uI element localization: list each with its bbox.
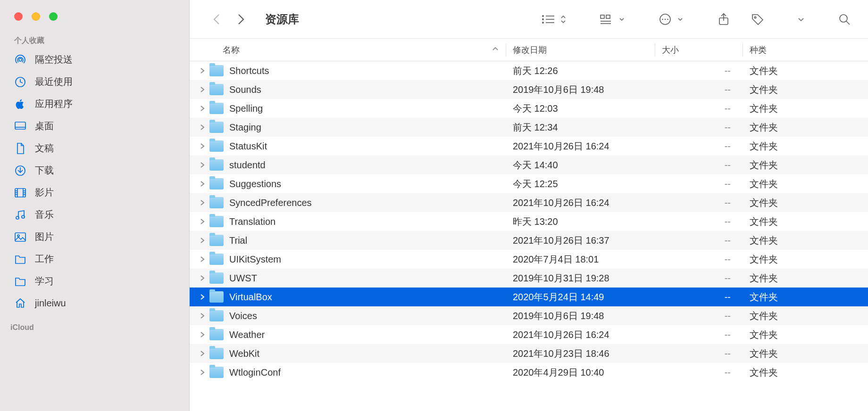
toolbar-overflow-button[interactable] — [795, 10, 807, 29]
svg-point-0 — [19, 58, 22, 61]
svg-point-19 — [542, 15, 543, 16]
sidebar-item-airdrop-0[interactable]: 隔空投送 — [0, 49, 189, 71]
column-header-date[interactable]: 修改日期 — [506, 44, 655, 56]
forward-button[interactable] — [231, 9, 251, 29]
file-row[interactable]: Spelling今天 12:03--文件夹 — [190, 99, 868, 118]
sidebar-item-picture-8[interactable]: 图片 — [0, 226, 189, 248]
svg-point-21 — [542, 18, 543, 19]
file-row[interactable]: UWST2019年10月31日 19:28--文件夹 — [190, 269, 868, 288]
disclosure-triangle-icon[interactable] — [195, 67, 209, 74]
sidebar-item-desktop-3[interactable]: 桌面 — [0, 115, 189, 137]
sidebar-item-doc-4[interactable]: 文稿 — [0, 137, 189, 159]
download-icon — [14, 164, 26, 177]
file-kind: 文件夹 — [743, 140, 868, 153]
disclosure-triangle-icon[interactable] — [195, 181, 209, 187]
disclosure-triangle-icon[interactable] — [195, 143, 209, 149]
sidebar-item-label: 音乐 — [35, 208, 54, 221]
zoom-window-button[interactable] — [49, 12, 58, 21]
sidebar-item-folder-10[interactable]: 学习 — [0, 270, 189, 292]
file-row[interactable]: WtloginConf2020年4月29日 10:40--文件夹 — [190, 363, 868, 382]
disclosure-triangle-icon[interactable] — [195, 350, 209, 357]
file-size: -- — [655, 292, 743, 303]
file-row[interactable]: Shortcuts前天 12:26--文件夹 — [190, 61, 868, 80]
file-size: -- — [655, 197, 743, 208]
disclosure-triangle-icon[interactable] — [195, 162, 209, 168]
sidebar-item-label: 应用程序 — [35, 98, 73, 110]
disclosure-triangle-icon[interactable] — [195, 369, 209, 376]
file-row[interactable]: Trial2021年10月26日 16:37--文件夹 — [190, 231, 868, 250]
sidebar-item-label: 下载 — [35, 164, 54, 177]
folder-icon — [209, 140, 224, 152]
minimize-window-button[interactable] — [32, 12, 40, 21]
group-by-button[interactable] — [598, 10, 615, 29]
folder-icon — [209, 310, 224, 321]
disclosure-triangle-icon[interactable] — [195, 218, 209, 225]
file-row[interactable]: Weather2021年10月26日 16:24--文件夹 — [190, 325, 868, 344]
file-date: 2021年10月26日 16:37 — [506, 234, 655, 247]
view-list-button[interactable] — [540, 10, 557, 29]
disclosure-triangle-icon[interactable] — [195, 105, 209, 112]
column-header-kind[interactable]: 种类 — [743, 44, 868, 56]
file-row[interactable]: UIKitSystem2020年7月4日 18:01--文件夹 — [190, 250, 868, 269]
search-button[interactable] — [836, 10, 853, 29]
disclosure-triangle-icon[interactable] — [195, 256, 209, 263]
file-kind: 文件夹 — [743, 102, 868, 115]
share-button[interactable] — [715, 10, 732, 29]
action-menu-button[interactable] — [657, 10, 674, 29]
disclosure-triangle-icon[interactable] — [195, 124, 209, 131]
sidebar-item-music-7[interactable]: 音乐 — [0, 204, 189, 226]
file-kind: 文件夹 — [743, 253, 868, 266]
disclosure-triangle-icon[interactable] — [195, 86, 209, 93]
file-kind: 文件夹 — [743, 178, 868, 190]
disclosure-triangle-icon[interactable] — [195, 275, 209, 281]
view-options-toggle[interactable] — [558, 10, 569, 29]
sidebar-item-folder-9[interactable]: 工作 — [0, 248, 189, 270]
tags-button[interactable] — [749, 10, 766, 29]
sidebar-item-download-5[interactable]: 下载 — [0, 159, 189, 181]
file-row[interactable]: Suggestions今天 12:25--文件夹 — [190, 174, 868, 193]
sidebar-item-label: 文稿 — [35, 142, 54, 155]
file-name: Staging — [229, 122, 506, 133]
file-name: WtloginConf — [229, 367, 506, 378]
file-row[interactable]: Sounds2019年10月6日 19:48--文件夹 — [190, 80, 868, 99]
file-name: UWST — [229, 273, 506, 284]
file-date: 今天 12:25 — [506, 178, 655, 190]
sidebar-item-movie-6[interactable]: 影片 — [0, 181, 189, 204]
file-row[interactable]: Staging前天 12:34--文件夹 — [190, 118, 868, 137]
disclosure-triangle-icon[interactable] — [195, 199, 209, 206]
disclosure-triangle-icon[interactable] — [195, 331, 209, 338]
file-date: 昨天 13:20 — [506, 215, 655, 228]
back-button[interactable] — [207, 9, 226, 29]
svg-point-30 — [662, 18, 663, 20]
file-row[interactable]: VirtualBox2020年5月24日 14:49--文件夹 — [190, 288, 868, 306]
sidebar-item-home-11[interactable]: jinleiwu — [0, 292, 189, 314]
file-kind: 文件夹 — [743, 291, 868, 304]
svg-point-32 — [667, 18, 668, 20]
file-size: -- — [655, 160, 743, 171]
disclosure-triangle-icon[interactable] — [195, 312, 209, 319]
file-row[interactable]: studentd今天 14:40--文件夹 — [190, 156, 868, 174]
file-name: Trial — [229, 235, 506, 246]
file-row[interactable]: Voices2019年10月6日 19:48--文件夹 — [190, 306, 868, 325]
file-date: 前天 12:26 — [506, 65, 655, 77]
disclosure-triangle-icon[interactable] — [195, 294, 209, 300]
folder-icon — [209, 367, 224, 378]
column-header-name[interactable]: 名称 — [190, 44, 506, 56]
sidebar-section-icloud: iCloud — [0, 314, 189, 332]
file-row[interactable]: SyncedPreferences2021年10月26日 16:24--文件夹 — [190, 193, 868, 212]
file-row[interactable]: Translation昨天 13:20--文件夹 — [190, 212, 868, 231]
file-row[interactable]: StatusKit2021年10月26日 16:24--文件夹 — [190, 137, 868, 156]
file-kind: 文件夹 — [743, 83, 868, 96]
svg-point-23 — [542, 22, 543, 23]
sidebar-item-apps-2[interactable]: 应用程序 — [0, 93, 189, 115]
file-name: StatusKit — [229, 141, 506, 152]
close-window-button[interactable] — [14, 12, 23, 21]
file-kind: 文件夹 — [743, 65, 868, 77]
disclosure-triangle-icon[interactable] — [195, 237, 209, 244]
group-by-chevron-icon[interactable] — [616, 10, 627, 29]
column-header-size[interactable]: 大小 — [655, 44, 743, 56]
sidebar-item-clock-1[interactable]: 最近使用 — [0, 71, 189, 93]
file-kind: 文件夹 — [743, 215, 868, 228]
action-menu-chevron-icon[interactable] — [675, 10, 686, 29]
file-row[interactable]: WebKit2021年10月23日 18:46--文件夹 — [190, 344, 868, 363]
